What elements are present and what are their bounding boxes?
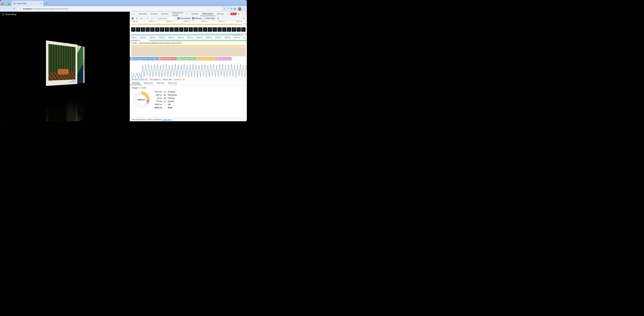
filmstrip-thumb[interactable] xyxy=(184,27,188,32)
memory-toggle[interactable]: Memory xyxy=(192,17,202,20)
back-button[interactable]: ← xyxy=(2,7,6,11)
ruler-tick: 3000 ms xyxy=(178,37,184,39)
net-label: NET xyxy=(244,25,246,26)
share-icon[interactable]: ⇪ xyxy=(224,8,225,10)
capture-settings-icon[interactable]: ⚙ xyxy=(243,17,246,20)
close-devtools-icon[interactable]: × xyxy=(245,13,246,15)
perf-toolbar: ⟳ ⊘ ⭱ ⭳ localhost #1 Screenshots Memory … xyxy=(130,16,247,21)
menu-icon[interactable]: ⋮ xyxy=(243,8,245,10)
tabs-dropdown-button[interactable]: ⌄ xyxy=(243,3,244,5)
maximize-window-button[interactable] xyxy=(8,3,10,5)
main-flame-chart[interactable] xyxy=(130,44,247,57)
filmstrip-thumb[interactable] xyxy=(241,27,246,32)
filmstrip-thumb[interactable] xyxy=(136,27,140,32)
clear-button[interactable]: ⊘ xyxy=(140,17,143,20)
cpu-label: CPU xyxy=(244,23,246,24)
tab-title: Cover Flow xyxy=(17,2,26,5)
filmstrip-thumb[interactable] xyxy=(193,27,198,32)
tab-network[interactable]: Network xyxy=(190,12,200,16)
reload-button[interactable]: ⟳ xyxy=(12,7,16,11)
screenshot-filmstrip[interactable] xyxy=(130,27,247,32)
filmstrip-thumb[interactable] xyxy=(198,27,202,32)
filmstrip-thumb[interactable] xyxy=(212,27,217,32)
tab-sources[interactable]: Sources xyxy=(159,12,170,16)
tab-console[interactable]: Console xyxy=(148,12,159,16)
counter-listeners[interactable]: Listeners[142 – 142] xyxy=(195,57,216,60)
tab-elements[interactable]: Elements xyxy=(137,12,148,16)
filmstrip-thumb[interactable] xyxy=(236,27,241,32)
filmstrip-thumb[interactable] xyxy=(203,27,207,32)
tab-memory[interactable]: Memory xyxy=(215,12,226,16)
filmstrip-thumb[interactable] xyxy=(141,27,145,32)
subtab-bottomup[interactable]: Bottom-Up xyxy=(142,81,154,85)
more-icon[interactable]: ⋮ xyxy=(241,13,243,15)
overview-timeline[interactable]: 1000 ms2000 ms3000 ms4000 ms5000 ms6000 … xyxy=(130,21,247,27)
site-info-icon[interactable]: ⓘ xyxy=(20,8,22,10)
forward-button[interactable]: → xyxy=(7,7,11,11)
filmstrip-thumb[interactable] xyxy=(146,27,150,32)
filmstrip-thumb[interactable] xyxy=(232,27,236,32)
subtab-calltree[interactable]: Call Tree xyxy=(155,81,166,85)
filmstrip-thumb[interactable] xyxy=(160,27,164,32)
devtools-tabs: ⌖ ▭ Elements Console Sources Performance… xyxy=(130,12,247,16)
counter-heap[interactable]: JS Heap[10.5 MB – 12.7 MB] xyxy=(130,57,158,60)
cover-item[interactable]: Volume One DAB RECORDS xyxy=(46,40,77,86)
device-toggle-icon[interactable]: ▭ xyxy=(133,13,135,15)
tab-performance[interactable]: Performance xyxy=(200,12,215,16)
filmstrip-thumb[interactable] xyxy=(170,27,174,32)
checkbox-icon[interactable] xyxy=(2,14,4,15)
memory-chart[interactable] xyxy=(130,61,247,78)
url-input[interactable]: ⓘ localhost:3000/demo/view-timeline-css/… xyxy=(18,7,222,11)
reload-record-button[interactable]: ⟳ xyxy=(136,17,138,20)
filmstrip-thumb[interactable] xyxy=(222,27,226,32)
browser-tab[interactable]: Cover Flow × xyxy=(12,1,43,6)
settings-icon[interactable]: ⚙ xyxy=(238,13,240,15)
coverflow[interactable]: OR & 9 THEORY Volume One DAB RECORDS xyxy=(6,42,130,115)
counter-gpu[interactable]: GPU Memory xyxy=(216,57,232,60)
subtab-summary[interactable]: Summary xyxy=(130,81,142,85)
screenshots-toggle[interactable]: Screenshots xyxy=(178,17,191,20)
close-window-button[interactable] xyxy=(2,3,4,5)
context-select[interactable]: localhost #1 xyxy=(157,17,176,20)
filmstrip-thumb[interactable] xyxy=(155,27,159,32)
show-debug-toggle[interactable]: Show Debug xyxy=(2,13,16,16)
extensions-icon[interactable]: ✦ xyxy=(231,8,232,10)
close-tab-button[interactable]: × xyxy=(40,2,42,5)
filmstrip-thumb[interactable] xyxy=(218,27,222,32)
filmstrip-thumb[interactable] xyxy=(150,27,154,32)
screenshots-label: Screenshots xyxy=(180,17,191,20)
load-profile-button[interactable]: ⭱ xyxy=(146,17,149,20)
frames-track-header[interactable]: ▶Frames ns xyxy=(130,39,247,42)
learn-more-link[interactable]: Learn more xyxy=(163,119,172,121)
detail-ruler[interactable]: 500 ms1000 ms1500 ms2000 ms2500 ms3000 m… xyxy=(130,37,247,39)
side-panel-icon[interactable]: ◧ xyxy=(234,8,236,10)
ruler-tick: 7000 ms xyxy=(236,21,242,23)
main-track-header[interactable]: ▼Main — http://localhost:3000/demo/view-… xyxy=(130,42,247,44)
filmstrip-thumb[interactable] xyxy=(227,27,231,32)
inspect-element-icon[interactable]: ⌖ xyxy=(131,13,132,15)
counter-nodes[interactable]: Nodes[304 – 304] xyxy=(176,57,195,60)
counter-docs[interactable]: Documents[5 – 5] xyxy=(158,57,176,60)
page-viewport[interactable]: Show Debug OR & 9 THEORY xyxy=(0,12,130,121)
filmstrip-thumb[interactable] xyxy=(131,27,136,32)
save-profile-button[interactable]: ⭳ xyxy=(151,17,154,20)
filmstrip-thumb[interactable] xyxy=(208,27,212,32)
record-button[interactable] xyxy=(131,17,134,20)
heap-overview[interactable]: HEAP10.5 MB – 12.7 MB xyxy=(130,32,247,37)
webvitals-toggle[interactable]: Web Vitals xyxy=(203,17,215,20)
filmstrip-thumb[interactable] xyxy=(174,27,178,32)
legend-swatch xyxy=(164,100,166,102)
tab-performance-insights[interactable]: Performance insights xyxy=(170,12,190,16)
profile-avatar[interactable] xyxy=(238,7,242,11)
error-badge[interactable]: ✖ 22 xyxy=(230,13,236,15)
subtab-eventlog[interactable]: Event Log xyxy=(166,81,178,85)
tab-overflow[interactable]: » xyxy=(226,12,230,16)
minimize-window-button[interactable] xyxy=(5,3,7,5)
filmstrip-thumb[interactable] xyxy=(188,27,193,32)
stat-docs: Documents: 5 xyxy=(150,79,160,80)
new-tab-button[interactable]: + xyxy=(44,1,49,6)
filmstrip-thumb[interactable] xyxy=(165,27,169,32)
gc-button[interactable]: 🗑 xyxy=(216,17,220,20)
filmstrip-thumb[interactable] xyxy=(179,27,184,32)
bookmark-icon[interactable]: ☆ xyxy=(227,8,229,10)
